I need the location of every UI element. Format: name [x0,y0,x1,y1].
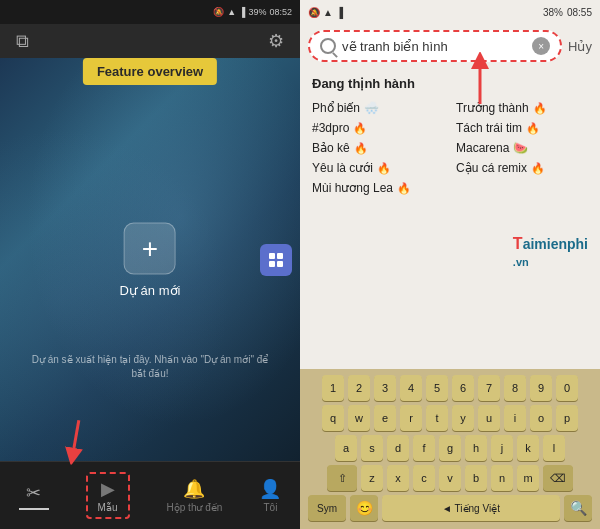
kb-key-t[interactable]: t [426,405,448,431]
kb-key-m[interactable]: m [517,465,539,491]
kb-key-q[interactable]: q [322,405,344,431]
kb-key-y[interactable]: y [452,405,474,431]
fire-icon-4: 🔥 [354,142,368,155]
right-status-bar: 🔕 ▲ ▐ 38% 08:55 [300,0,600,24]
kb-language-key[interactable]: ◄ Tiếng Việt [382,495,560,521]
cancel-button[interactable]: Hủy [568,39,592,54]
kb-key-f[interactable]: f [413,435,435,461]
red-arrow-annotation [51,412,99,468]
right-volume-icon: 🔕 [308,7,320,18]
right-battery: 38% [543,7,563,18]
feature-overview-badge[interactable]: Feature overview [83,58,217,85]
trending-item-popular[interactable]: Phổ biến 🌨️ [312,101,444,115]
kb-key-h[interactable]: h [465,435,487,461]
kb-key-6[interactable]: 6 [452,375,474,401]
macarena-text: Macarena [456,141,509,155]
kb-key-o[interactable]: o [530,405,552,431]
right-wifi-icon: ▲ [323,7,333,18]
trending-grid: Phổ biến 🌨️ Trưởng thành 🔥 #3dpro 🔥 Tách… [312,101,588,195]
left-main-area: + Dự án mới Dự án sẽ xuất hiện tại đây. … [0,58,300,461]
kb-key-5[interactable]: 5 [426,375,448,401]
kb-key-a[interactable]: a [335,435,357,461]
kb-key-c[interactable]: c [413,465,435,491]
kb-key-1[interactable]: 1 [322,375,344,401]
trending-item-yeulacuoi[interactable]: Yêu là cưới 🔥 [312,161,444,175]
cau-ca-remix-text: Cậu cá remix [456,161,527,175]
trending-item-macarena[interactable]: Macarena 🍉 [456,141,588,155]
kb-key-4[interactable]: 4 [400,375,422,401]
kb-key-n[interactable]: n [491,465,513,491]
kb-sym-key[interactable]: Sym [308,495,346,521]
search-icon [320,38,336,54]
right-status-left: 🔕 ▲ ▐ [308,7,343,18]
battery-pct: 39% [248,7,266,17]
wifi-icon: ▲ [227,7,236,17]
signal-icon: ▐ [239,7,245,17]
kb-key-k[interactable]: k [517,435,539,461]
kb-search-key[interactable]: 🔍 [564,495,592,521]
kb-key-b[interactable]: b [465,465,487,491]
template-icon: ▶ [101,478,115,500]
watermark-t: T [513,235,523,252]
nav-item-mau[interactable]: ▶ Mẫu [86,472,130,519]
fire-icon-5: 🔥 [377,162,391,175]
nav-item-profile[interactable]: 👤 Tôi [259,478,281,513]
kb-bottom-row: Sym 😊 ◄ Tiếng Việt 🔍 [304,495,596,521]
trending-item-tachtaitim[interactable]: Tách trái tim 🔥 [456,121,588,135]
kb-key-s[interactable]: s [361,435,383,461]
watermark: Taimienphi .vn [513,235,588,269]
svg-line-1 [72,420,78,456]
trending-item-baoke[interactable]: Bảo kê 🔥 [312,141,444,155]
nav-item-scissors[interactable]: ✂ [19,482,49,510]
kb-key-j[interactable]: j [491,435,513,461]
watermelon-icon: 🍉 [513,141,528,155]
kb-key-8[interactable]: 8 [504,375,526,401]
scissors-underline [19,508,49,510]
trending-item-muihuonglea[interactable]: Mùi hương Lea 🔥 [312,181,444,195]
fire-icon-6: 🔥 [531,162,545,175]
kb-key-0[interactable]: 0 [556,375,578,401]
grid-view-button[interactable] [260,244,292,276]
left-status-bar: 🔕 ▲ ▐ 39% 08:52 [0,0,300,24]
left-bottom-nav: ✂ ▶ Mẫu 🔔 Hộp thư đến 👤 Tôi [0,461,300,529]
left-panel: 🔕 ▲ ▐ 39% 08:52 ⧉ ⚙ Feature overview + D… [0,0,300,529]
layers-icon[interactable]: ⧉ [16,31,29,52]
kb-key-w[interactable]: w [348,405,370,431]
search-clear-button[interactable]: × [532,37,550,55]
kb-key-l[interactable]: l [543,435,565,461]
info-text: Dự án sẽ xuất hiện tại đây. Nhấn vào "Dự… [0,353,300,381]
kb-key-2[interactable]: 2 [348,375,370,401]
settings-icon[interactable]: ⚙ [268,30,284,52]
new-project-button[interactable]: + [124,222,176,274]
kb-key-r[interactable]: r [400,405,422,431]
kb-key-z[interactable]: z [361,465,383,491]
mailbox-label: Hộp thư đến [167,502,223,513]
search-input-box[interactable]: vẽ tranh biển hình × [308,30,562,62]
kb-key-g[interactable]: g [439,435,461,461]
kb-backspace-key[interactable]: ⌫ [543,465,573,491]
kb-key-u[interactable]: u [478,405,500,431]
new-project-container: + Dự án mới [120,222,181,297]
trending-item-3dpro[interactable]: #3dpro 🔥 [312,121,444,135]
mau-label: Mẫu [98,502,118,513]
scissors-icon: ✂ [26,482,41,504]
kb-shift-key[interactable]: ⇧ [327,465,357,491]
kb-key-d[interactable]: d [387,435,409,461]
kb-key-p[interactable]: p [556,405,578,431]
kb-key-9[interactable]: 9 [530,375,552,401]
trending-item-caucaremix[interactable]: Cậu cá remix 🔥 [456,161,588,175]
kb-key-v[interactable]: v [439,465,461,491]
right-time: 08:55 [567,7,592,18]
profile-icon: 👤 [259,478,281,500]
kb-emoji-key[interactable]: 😊 [350,495,378,521]
kb-key-7[interactable]: 7 [478,375,500,401]
kb-qwerty-row: q w e r t y u i o p [304,405,596,431]
fire-icon-2: 🔥 [353,122,367,135]
kb-key-3[interactable]: 3 [374,375,396,401]
kb-key-e[interactable]: e [374,405,396,431]
nav-item-mailbox[interactable]: 🔔 Hộp thư đến [167,478,223,513]
kb-key-x[interactable]: x [387,465,409,491]
left-status-icons: 🔕 ▲ ▐ 39% 08:52 [213,7,292,17]
kb-key-i[interactable]: i [504,405,526,431]
right-search-bar: vẽ tranh biển hình × Hủy [300,24,600,68]
